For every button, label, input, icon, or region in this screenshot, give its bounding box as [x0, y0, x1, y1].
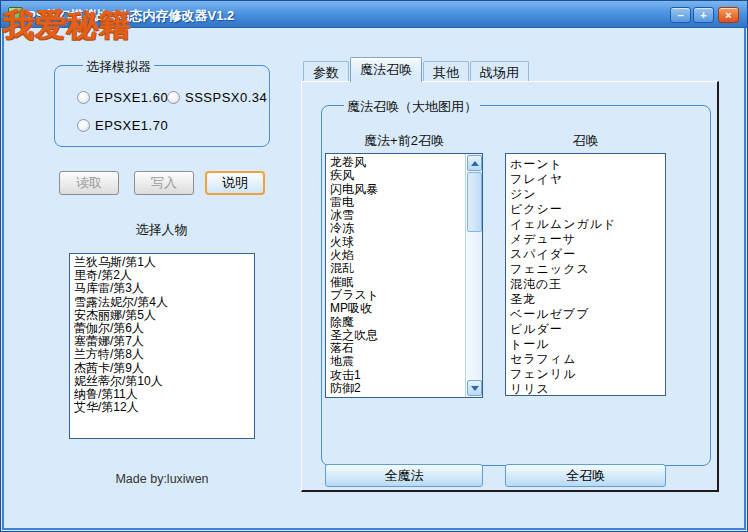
summon-list-item[interactable]: ビルダー — [510, 322, 665, 337]
app-window: PS梦幻模拟战4动态内存修改器V1.2 – + × 我爱秘籍 选择模拟器 EPS… — [0, 0, 748, 532]
summon-list-item[interactable]: ホーント — [510, 157, 665, 172]
magic-list-item[interactable]: 龙卷风 — [330, 156, 482, 169]
write-button[interactable]: 写入 — [134, 171, 194, 195]
radio-circle-icon[interactable] — [77, 91, 90, 104]
character-list-item[interactable]: 杰茜卡/第9人 — [74, 362, 250, 375]
magic-summon-tabpage: 魔法召唤（大地图用） 魔法+前2召唤 召唤 龙卷风疾风闪电风暴雷电冰雪冷冻火球火… — [301, 81, 719, 492]
magic-list-item[interactable]: 混乱 — [330, 262, 482, 275]
maximize-button[interactable]: + — [693, 7, 714, 23]
scroll-up-button[interactable] — [467, 155, 482, 171]
help-button[interactable]: 说明 — [205, 171, 265, 195]
magic-list-item[interactable]: 除魔 — [330, 316, 482, 329]
summon-list-item[interactable]: フレイヤ — [510, 172, 665, 187]
magic-list-item[interactable]: 攻击1 — [330, 369, 482, 382]
character-list-item[interactable]: 艾华/第12人 — [74, 401, 250, 414]
emulator-groupbox: 选择模拟器 EPSXE1.60 SSSPSX0.34 EPSXE1.70 — [54, 65, 270, 147]
summon-list-item[interactable]: スパイダー — [510, 247, 665, 262]
summon-list-item[interactable]: リリス — [510, 382, 665, 396]
magic-list-item[interactable]: 冷冻 — [330, 222, 482, 235]
magic-list-scrollbar[interactable] — [465, 154, 482, 397]
radio-circle-icon[interactable] — [167, 91, 180, 104]
summon-list-item[interactable]: ジン — [510, 187, 665, 202]
radio-epsxe170[interactable]: EPSXE1.70 — [77, 118, 168, 133]
magic-list-item[interactable]: 火球 — [330, 236, 482, 249]
magic-list-item[interactable]: 冰雪 — [330, 209, 482, 222]
magic-list-item[interactable]: 催眠 — [330, 276, 482, 289]
magic-list-header: 魔法+前2召唤 — [325, 132, 483, 150]
radio-label: EPSXE1.70 — [95, 118, 168, 133]
magic-list-item[interactable]: 闪电风暴 — [330, 183, 482, 196]
all-magic-button[interactable]: 全魔法 — [325, 464, 483, 487]
summon-list-item[interactable]: メデューサ — [510, 232, 665, 247]
scroll-down-icon — [471, 386, 479, 391]
summon-list-item[interactable]: ベールゼブブ — [510, 307, 665, 322]
minimize-button[interactable]: – — [670, 7, 691, 23]
titlebar: PS梦幻模拟战4动态内存修改器V1.2 – + × — [1, 1, 747, 28]
magic-list-item[interactable]: 落石 — [330, 342, 482, 355]
summon-list-item[interactable]: 圣龙 — [510, 292, 665, 307]
tab-battlefield[interactable]: 战场用 — [470, 61, 529, 82]
character-list-title: 选择人物 — [69, 221, 254, 239]
summon-list-item[interactable]: トール — [510, 337, 665, 352]
magic-list-item[interactable]: 圣之吹息 — [330, 329, 482, 342]
magic-list-item[interactable]: 防御2 — [330, 382, 482, 395]
summon-list-item[interactable]: フェンリル — [510, 367, 665, 382]
scroll-down-button[interactable] — [467, 380, 482, 396]
scroll-up-icon — [471, 161, 479, 166]
client-area: 选择模拟器 EPSXE1.60 SSSPSX0.34 EPSXE1.70 读取 … — [4, 29, 744, 528]
summon-list-item[interactable]: ピクシー — [510, 202, 665, 217]
character-list-item[interactable]: 兰方特/第8人 — [74, 348, 250, 361]
window-title: PS梦幻模拟战4动态内存修改器V1.2 — [27, 7, 234, 25]
app-icon — [8, 7, 23, 22]
magic-list-item[interactable]: 疾风 — [330, 169, 482, 182]
radio-label: SSSPSX0.34 — [185, 90, 267, 105]
magic-list-item[interactable]: MP吸收 — [330, 302, 482, 315]
summon-list-item[interactable]: フェニックス — [510, 262, 665, 277]
read-button[interactable]: 读取 — [59, 171, 119, 195]
credit-text: Made by:luxiwen — [69, 472, 255, 486]
scroll-thumb[interactable] — [467, 172, 482, 232]
radio-circle-icon[interactable] — [77, 119, 90, 132]
summon-list-item[interactable]: 混沌の王 — [510, 277, 665, 292]
summon-list-item[interactable]: セラフィム — [510, 352, 665, 367]
tabstrip: 参数 魔法召唤 其他 战场用 — [303, 59, 530, 82]
magic-list-item[interactable]: 火焰 — [330, 249, 482, 262]
emulator-group-title: 选择模拟器 — [83, 58, 154, 76]
summon-list-item[interactable]: イェルムンガルド — [510, 217, 665, 232]
magic-list-item[interactable]: 雷电 — [330, 196, 482, 209]
all-summon-button[interactable]: 全召唤 — [505, 464, 666, 487]
radio-epsxe160[interactable]: EPSXE1.60 — [77, 90, 168, 105]
character-list-item[interactable]: 马库雷/第3人 — [74, 282, 250, 295]
summon-list-header: 召唤 — [505, 132, 666, 150]
tab-other[interactable]: 其他 — [423, 61, 469, 82]
character-listbox[interactable]: 兰狄乌斯/第1人里奇/第2人马库雷/第3人雪露法妮尔/第4人安杰丽娜/第5人蕾伽… — [69, 253, 255, 439]
magic-list-item[interactable]: 地震 — [330, 355, 482, 368]
tab-magic-summon[interactable]: 魔法召唤 — [350, 57, 422, 82]
radio-label: EPSXE1.60 — [95, 90, 168, 105]
character-list-item[interactable]: 雪露法妮尔/第4人 — [74, 296, 250, 309]
radio-ssspsx034[interactable]: SSSPSX0.34 — [167, 90, 267, 105]
summon-listbox[interactable]: ホーントフレイヤジンピクシーイェルムンガルドメデューサスパイダーフェニックス混沌… — [505, 153, 666, 396]
magic-listbox[interactable]: 龙卷风疾风闪电风暴雷电冰雪冷冻火球火焰混乱催眠ブラストMP吸收除魔圣之吹息落石地… — [325, 153, 483, 398]
magic-group-title: 魔法召唤（大地图用） — [344, 98, 480, 116]
close-button[interactable]: × — [718, 7, 739, 23]
magic-list-item[interactable]: ブラスト — [330, 289, 482, 302]
tab-params[interactable]: 参数 — [303, 61, 349, 82]
